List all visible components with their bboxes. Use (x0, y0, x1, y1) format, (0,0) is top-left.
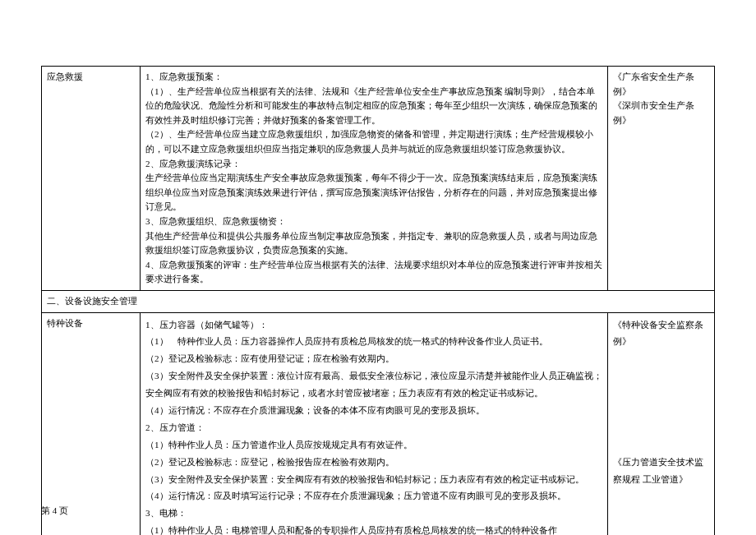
content-line: 1、应急救援预案： (145, 70, 602, 85)
section-header-cell: 二、设备设施安全管理 (42, 290, 715, 312)
reference-line (613, 350, 709, 367)
cell-content: 1、应急救援预案： （1）、生产经营单位应当根据有关的法律、法规和《生产经营单位… (141, 67, 608, 291)
reference-line (613, 367, 709, 385)
content-line: 生产经营单位应当定期演练生产安全事故应急救援预案，每年不得少于一次。应急预案演练… (145, 171, 602, 214)
reference-line (613, 419, 709, 436)
cell-reference: 《广东省安全生产条例》 《深圳市安全生产条例》 (608, 67, 715, 291)
reference-line: 《深圳市安全生产条例》 (613, 99, 709, 127)
content-line: （4）运行情况：应及时填写运行记录；不应存在介质泄漏现象；压力管道不应有肉眼可见… (145, 487, 602, 505)
content-line: （1）特种作业人员：电梯管理人员和配备的专职操作人员应持有质检总局核发的统一格式… (145, 522, 602, 535)
content-line: 3、电梯： (145, 505, 602, 522)
content-line: （2）、生产经营单位应当建立应急救援组织，加强应急物资的储备和管理，并定期进行演… (145, 127, 602, 156)
cell-category: 特种设备 (42, 312, 141, 535)
content-line: （1）、生产经营单位应当根据有关的法律、法规和《生产经营单位安全生产事故应急预案… (145, 85, 602, 128)
content-line: （3）安全附件及安全保护装置：安全阀应有有效的校验报告和铅封标记；压力表应有有效… (145, 471, 602, 488)
content-line: 4、应急救援预案的评审：生产经营单位应当根据有关的法律、法规要求组织对本单位的应… (145, 258, 602, 287)
content-line: 3、应急救援组织、应急救援物资： (145, 214, 602, 229)
document-table: 应急救援 1、应急救援预案： （1）、生产经营单位应当根据有关的法律、法规和《生… (41, 66, 715, 535)
reference-line (613, 402, 709, 419)
content-line: （2）登记及检验标志：应登记，检验报告应在检验有效期内。 (145, 454, 602, 471)
content-line: （2）登记及检验标志：应有使用登记证；应在检验有效期内。 (145, 350, 602, 367)
section-header-row: 二、设备设施安全管理 (42, 290, 715, 312)
reference-line (613, 436, 709, 454)
cell-content: 1、压力容器（如储气罐等）： （1） 特种作业人员：压力容器操作人员应持有质检总… (141, 312, 608, 535)
reference-line: 《压力管道安全技术监察规程 工业管道》 (613, 454, 709, 488)
content-line: 其他生产经营单位和提供公共服务单位应当制定事故应急预案，并指定专、兼职的应急救援… (145, 229, 602, 258)
reference-line: 《特种设备安全监察条例》 (613, 316, 709, 351)
content-line: （3）安全附件及安全保护装置：液位计应有最高、最低安全液位标记，液位应显示清楚并… (145, 367, 602, 402)
content-line: 2、应急救援演练记录： (145, 157, 602, 172)
reference-line (613, 385, 709, 402)
cell-category: 应急救援 (42, 67, 141, 291)
table-row: 特种设备 1、压力容器（如储气罐等）： （1） 特种作业人员：压力容器操作人员应… (42, 312, 715, 535)
content-line: （1） 特种作业人员：压力容器操作人员应持有质检总局核发的统一格式的特种设备作业… (145, 333, 602, 350)
reference-line: 《广东省安全生产条例》 (613, 70, 709, 99)
content-line: （1）特种作业人员：压力管道作业人员应按规规定具有有效证件。 (145, 436, 602, 454)
content-line: 1、压力容器（如储气罐等）： (145, 316, 602, 334)
table-row: 应急救援 1、应急救援预案： （1）、生产经营单位应当根据有关的法律、法规和《生… (42, 67, 715, 291)
content-line: （4）运行情况：不应存在介质泄漏现象；设备的本体不应有肉眼可见的变形及损坏。 (145, 402, 602, 419)
cell-reference: 《特种设备安全监察条例》 《压力管道安全技术监察规程 工业管道》 (608, 312, 715, 535)
page-footer: 第 4 页 (41, 505, 68, 517)
content-line: 2、压力管道： (145, 419, 602, 436)
